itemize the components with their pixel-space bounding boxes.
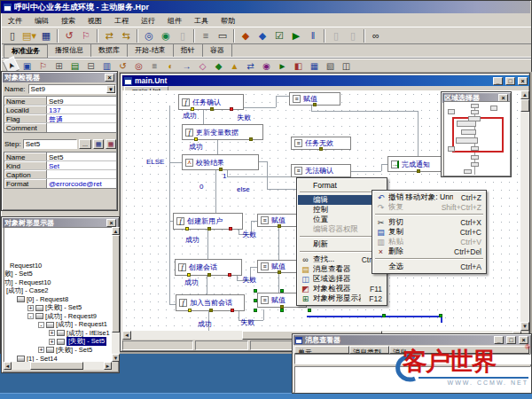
context-item-11[interactable]: ◫区域选择器 xyxy=(298,274,386,284)
tree-expand-icon[interactable]: + xyxy=(49,339,55,345)
link-handle[interactable] xyxy=(382,314,386,317)
tree-item[interactable]: +[成功] - IfElse1 xyxy=(4,329,112,338)
build-icon[interactable]: ≡ xyxy=(198,28,214,43)
flag-tool-icon[interactable]: ⚐ xyxy=(78,28,94,43)
tree-item[interactable]: +[失败] - Set5 xyxy=(4,304,112,313)
scroll-down-icon[interactable]: ▼ xyxy=(112,354,120,362)
palette-input-icon[interactable]: ► xyxy=(275,59,290,72)
palette-menu-icon[interactable]: ◐ xyxy=(163,59,178,72)
save-step-icon[interactable]: ▦ xyxy=(93,139,104,149)
column-header-1[interactable]: 消息类型 xyxy=(349,346,389,354)
submenu-item-6[interactable]: ×删除Ctrl+Del xyxy=(373,246,485,256)
menu-item-6[interactable]: 组件 xyxy=(161,15,188,27)
tree-vscroll-thumb[interactable] xyxy=(112,235,120,332)
scroll-up-icon[interactable]: ▲ xyxy=(112,227,120,235)
tab-标准业务[interactable]: 标准业务 xyxy=(4,44,48,58)
menu-item-1[interactable]: 编辑 xyxy=(28,15,55,27)
selection-handle[interactable] xyxy=(254,289,257,293)
tree-expand-icon[interactable]: + xyxy=(27,305,34,311)
clear-2-icon[interactable]: ▯ xyxy=(345,28,361,43)
tab-开始-结束[interactable]: 开始-结束 xyxy=(128,44,174,57)
close-button[interactable]: × xyxy=(518,77,528,85)
close-button[interactable]: × xyxy=(519,336,528,344)
palette-split-icon[interactable]: ◧ xyxy=(291,59,306,72)
maximize-button[interactable]: □ xyxy=(505,77,515,85)
submenu-item-1[interactable]: ↷恢复Shift+Ctrl+Z xyxy=(373,202,485,212)
app-titlebar[interactable]: 呼叫中心业务生成环境 - 主动服务.Hpr xyxy=(1,1,530,13)
package-icon[interactable]: ◉ xyxy=(158,28,174,43)
menu-item-4[interactable]: 工程 xyxy=(108,15,135,27)
context-item-0[interactable]: Format xyxy=(298,180,386,190)
tree-expand-icon[interactable]: + xyxy=(38,347,44,353)
tab-容器[interactable]: 容器 xyxy=(203,44,232,57)
scroll-down-icon[interactable]: ▼ xyxy=(520,322,529,331)
palette-task-icon[interactable]: ▣ xyxy=(20,59,35,72)
name-combobox[interactable]: Set9 ▼ xyxy=(28,84,116,94)
new-file-icon[interactable]: ▯ xyxy=(4,28,20,43)
menu-item-8[interactable]: 帮助 xyxy=(215,15,241,27)
menu-item-0[interactable]: 文件 xyxy=(2,15,28,27)
palette-form-icon[interactable]: ▥ xyxy=(99,59,114,72)
tab-播报信息[interactable]: 播报信息 xyxy=(48,44,91,57)
column-header-0[interactable]: 单元 xyxy=(294,346,349,354)
palette-diamond-icon[interactable]: ◆ xyxy=(211,59,226,72)
close-icon[interactable]: × xyxy=(106,219,116,227)
menu-item-2[interactable]: 搜索 xyxy=(55,15,82,27)
submenu-item-3[interactable]: ✂剪切Ctrl+X xyxy=(373,217,485,227)
ellipsis-button[interactable]: ... xyxy=(79,139,91,149)
region-minimap[interactable] xyxy=(443,101,511,176)
palette-assign-icon[interactable]: ▤ xyxy=(67,59,82,72)
submenu-item-4[interactable]: ▤复制Ctrl+C xyxy=(373,227,485,237)
selection-handle[interactable] xyxy=(254,299,257,302)
submenu-item-8[interactable]: 全选Ctrl+A xyxy=(373,262,485,271)
column-header-2[interactable]: 消息 xyxy=(389,346,529,354)
tree-hscroll-thumb[interactable] xyxy=(30,362,83,370)
close-icon[interactable]: × xyxy=(105,74,114,82)
scroll-up-icon[interactable]: ▲ xyxy=(520,90,529,99)
palette-swap-icon[interactable]: ⇄ xyxy=(243,59,258,72)
tree-item[interactable]: +[失败] - Set5 xyxy=(4,338,112,347)
palette-data-icon[interactable]: ≡ xyxy=(147,59,162,72)
tree-item[interactable]: -[成功] - Request9 xyxy=(4,312,112,321)
scroll-right-icon[interactable]: ► xyxy=(104,362,112,370)
menu-item-5[interactable]: 运行 xyxy=(135,15,161,27)
save-file-icon[interactable]: ▦ xyxy=(38,28,54,43)
clear-1-icon[interactable]: ▯ xyxy=(328,28,344,43)
scroll-left-icon[interactable]: ◄ xyxy=(122,331,131,340)
palette-goto-icon[interactable]: → xyxy=(179,59,194,72)
tree-item[interactable]: [成功] - Case2 xyxy=(4,287,112,296)
tree-item[interactable]: 功] - Request10 xyxy=(4,278,112,287)
vscroll-thumb[interactable] xyxy=(520,99,529,112)
palette-media-icon[interactable]: ◎ xyxy=(131,59,146,72)
check-icon[interactable]: ☑ xyxy=(271,28,287,43)
canvas-vscrollbar[interactable]: ▲ ▼ xyxy=(520,90,529,331)
blank-icon[interactable]: ▯ xyxy=(175,28,191,43)
tree-expand-icon[interactable]: - xyxy=(27,313,34,319)
minimize-button[interactable]: _ xyxy=(493,77,503,85)
chevron-down-icon[interactable]: ▼ xyxy=(106,85,115,93)
message-viewer-titlebar[interactable]: 消息查看器 _ □ × xyxy=(293,335,530,345)
palette-list-icon[interactable]: ⊟ xyxy=(83,59,98,72)
tree-vscrollbar[interactable]: ▲ ▼ xyxy=(112,227,120,362)
export-project-icon[interactable]: ⇆ xyxy=(118,28,134,43)
pause-icon[interactable]: ‖ xyxy=(305,28,321,43)
palette-connect-icon[interactable]: ⊞ xyxy=(51,59,66,72)
tree-expand-icon[interactable]: + xyxy=(49,330,55,336)
document-titlebar[interactable]: main.Unt _ □ × xyxy=(122,75,529,86)
tab-指针[interactable]: 指针 xyxy=(174,44,203,57)
minimize-button[interactable]: _ xyxy=(494,336,504,344)
inspector-titlebar[interactable]: 对象检视器 × xyxy=(3,73,116,82)
submenu-item-0[interactable]: ↶撤销 移动对象: Unnamed2Ctrl+Z xyxy=(373,192,485,202)
reopen-icon[interactable]: ↺ xyxy=(61,28,77,43)
tree-hscrollbar[interactable]: ◄ ► xyxy=(4,362,112,370)
message-list[interactable] xyxy=(294,354,531,364)
palette-record-icon[interactable]: ◉ xyxy=(259,59,274,72)
palette-tree-icon[interactable]: ▲ xyxy=(227,59,242,72)
palette-condition-icon[interactable]: ◇ xyxy=(195,59,210,72)
message-detail[interactable] xyxy=(294,366,531,393)
palette-merge-icon[interactable]: ▦ xyxy=(307,59,322,72)
menu-item-3[interactable]: 视图 xyxy=(82,15,108,27)
open-file-icon[interactable]: ▤▾ xyxy=(21,28,37,43)
palette-container-icon[interactable]: ◫ xyxy=(339,59,354,72)
link-handle[interactable] xyxy=(439,314,442,317)
